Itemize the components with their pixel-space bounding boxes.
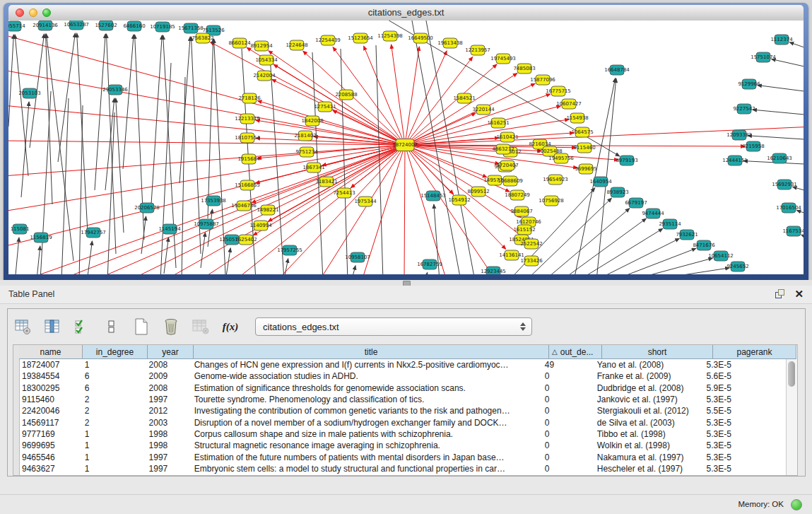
scrollbar-thumb[interactable] [788, 361, 795, 387]
graph-node[interactable]: 10607427 [556, 99, 582, 109]
graph-node[interactable]: 17957255 [277, 245, 302, 255]
graph-node[interactable]: 8471676 [693, 240, 715, 250]
table-row[interactable]: 1830029562008Estimation of significance … [19, 382, 786, 394]
graph-node[interactable]: 12213319 [235, 114, 260, 124]
graph-node[interactable]: 18807249 [505, 190, 530, 200]
graph-node[interactable]: 1054912 [448, 195, 470, 205]
graph-node[interactable]: 2718126 [238, 93, 261, 103]
select-column-button[interactable] [42, 315, 63, 338]
table-row[interactable]: 969969511998Structural magnetic resonanc… [19, 440, 786, 451]
graph-node[interactable]: 12254439 [315, 35, 341, 45]
graph-node[interactable]: 16210643 [767, 153, 792, 163]
graph-node[interactable]: 2142004 [253, 71, 276, 81]
graph-node[interactable]: 1167534 [782, 226, 804, 236]
graph-node[interactable]: 8660124 [228, 38, 251, 48]
graph-node[interactable]: 12213957 [465, 45, 490, 55]
graph-node[interactable]: 8979193 [616, 156, 637, 165]
graph-node[interactable]: 1112374 [770, 35, 793, 45]
graph-node[interactable]: 1975344 [354, 197, 377, 206]
graph-nodes[interactable]: 1055714209141361065328715276026466160107… [8, 21, 804, 274]
graph-node[interactable]: 8938923 [606, 187, 628, 197]
graph-node[interactable]: 9227542 [733, 104, 755, 114]
column-header-pagerank[interactable]: pagerank [713, 345, 796, 359]
create-table-button[interactable] [131, 315, 152, 338]
graph-node[interactable]: 9129966 [738, 79, 760, 89]
graph-node[interactable]: 1055714 [8, 21, 25, 31]
column-header-title[interactable]: title [194, 345, 549, 359]
graph-node[interactable]: 10719185 [150, 22, 175, 32]
graph-node[interactable]: 10654112 [708, 251, 734, 261]
graph-node[interactable]: 7485083 [513, 64, 535, 74]
graph-node[interactable]: 19613438 [437, 38, 463, 48]
graph-node[interactable]: 1154938 [566, 113, 588, 123]
graph-node[interactable]: 15692931 [772, 180, 797, 189]
graph-node[interactable]: 7932621 [676, 230, 698, 240]
graph-node[interactable]: 17016504 [776, 203, 801, 213]
graph-node[interactable]: 19654923 [543, 175, 568, 185]
graph-node[interactable]: 8215958 [742, 141, 764, 151]
graph-node[interactable]: 1140994 [249, 221, 272, 230]
graph-node[interactable]: 6679197 [625, 198, 647, 208]
graph-node[interactable]: 9699695 [575, 164, 596, 174]
network-window[interactable]: citations_edges.txt 10557142091413610653… [4, 3, 808, 280]
graph-node[interactable]: 15166855 [235, 180, 260, 190]
graph-node[interactable]: 2935114 [659, 219, 681, 229]
graph-node[interactable]: 12093382 [726, 130, 752, 140]
graph-node[interactable]: 9474444 [642, 209, 664, 218]
graph-node[interactable]: 1915684 [237, 154, 260, 164]
graph-node[interactable]: 1867341 [302, 163, 324, 173]
graph-node[interactable]: 1224648 [286, 40, 307, 50]
graph-node[interactable]: 7254413 [333, 188, 355, 198]
graph-node[interactable]: 10958107 [345, 252, 370, 262]
float-panel-icon[interactable] [775, 289, 784, 298]
close-panel-icon[interactable]: ✕ [794, 288, 804, 299]
graph-node[interactable]: 1527602 [95, 21, 117, 30]
graph-node[interactable]: 15671358 [178, 23, 204, 33]
function-builder-button[interactable]: f(x) [220, 315, 241, 338]
select-attributes-button[interactable] [71, 315, 93, 338]
graph-node[interactable]: 9245652 [726, 262, 748, 271]
graph-node[interactable]: 9884067 [510, 206, 532, 216]
table-row[interactable]: 946362711997Embryonic stem cells: a mode… [19, 463, 786, 474]
graph-node[interactable]: 18107554 [235, 133, 260, 143]
graph-node[interactable]: 15751074 [751, 52, 776, 62]
table-row[interactable]: 946554611997Estimation of the future num… [19, 451, 786, 462]
row-height-button[interactable] [101, 315, 122, 338]
delete-table-button[interactable] [160, 315, 182, 338]
graph-node[interactable]: 17942757 [81, 228, 106, 238]
graph-node[interactable]: 16649500 [408, 33, 433, 43]
table-row[interactable]: 1938455462009Genome-wide association stu… [19, 370, 786, 382]
graph-node[interactable]: 8099512 [467, 187, 489, 197]
graph-node[interactable]: 2181402 [294, 131, 316, 141]
column-header-name[interactable]: name [19, 345, 83, 359]
graph-node[interactable]: 1156819 [30, 233, 52, 243]
graph-node[interactable]: 20914136 [33, 21, 58, 30]
graph-node[interactable]: 1498221 [257, 205, 278, 215]
table-row[interactable]: 1872400712008Changes of HCN gene express… [19, 359, 786, 370]
graph-node[interactable]: 12923445 [481, 267, 506, 274]
graph-node[interactable]: 16648784 [604, 65, 630, 75]
column-header-in_degree[interactable]: in_degree [83, 345, 148, 359]
graph-node[interactable]: 19745493 [490, 54, 516, 64]
table-row[interactable]: 1456911722003Disruption of a novel membe… [19, 416, 786, 428]
graph-node[interactable]: 9115460 [573, 143, 595, 153]
graph-node[interactable]: 16775715 [546, 86, 571, 96]
table-mode-button[interactable] [12, 315, 33, 338]
table-selector[interactable]: citations_edges.txt [255, 317, 532, 336]
table-row[interactable]: 977716911998Corpus callosum shape and si… [19, 428, 786, 440]
graph-node[interactable]: 29053346 [102, 85, 128, 95]
graph-node[interactable]: 20206578 [134, 203, 160, 213]
graph-node[interactable]: 6466160 [123, 21, 145, 31]
window-titlebar[interactable]: citations_edges.txt [8, 5, 804, 21]
graph-node[interactable]: 11254398 [377, 31, 403, 41]
vertical-scrollbar[interactable] [786, 359, 797, 475]
column-header-short[interactable]: short [602, 345, 713, 359]
table-row[interactable]: 911546021997Tourette syndrome. Phenomeno… [19, 394, 786, 405]
graph-node[interactable]: 15877096 [530, 75, 555, 85]
graph-node[interactable]: 1054334 [255, 55, 278, 65]
graph-node[interactable]: 15148453 [420, 191, 446, 201]
graph-node[interactable]: 10756928 [539, 196, 564, 206]
graph-node[interactable]: 10653287 [64, 21, 89, 30]
column-header-out_de[interactable]: △out_de... [549, 345, 602, 359]
graph-node-hub[interactable]: 18724007 [392, 139, 418, 151]
